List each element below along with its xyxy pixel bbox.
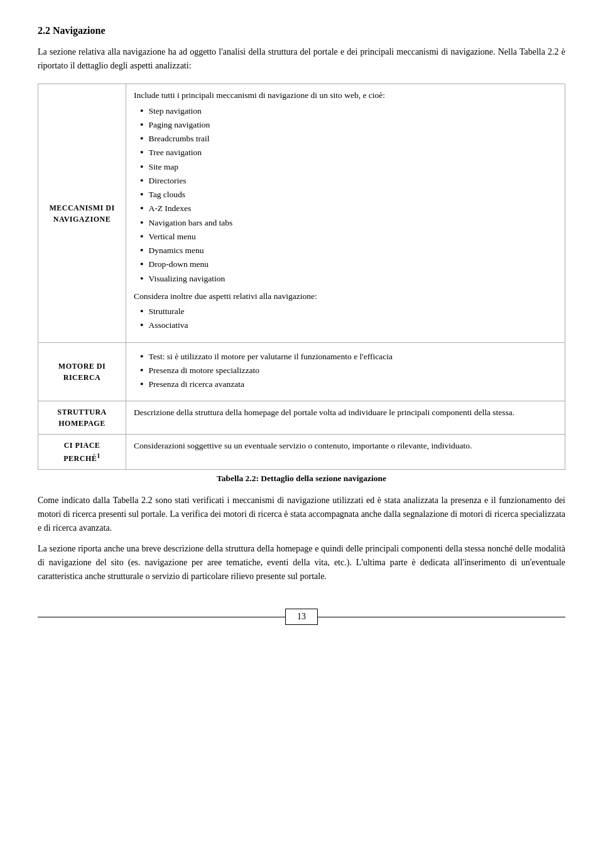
list-item: Dynamics menu	[140, 244, 557, 257]
post-table-paragraph-1: Come indicato dalla Tabella 2.2 sono sta…	[38, 494, 565, 534]
list-item: Navigation bars and tabs	[140, 217, 557, 229]
motore-list: Test: si è utilizzato il motore per valu…	[140, 350, 557, 391]
list-item: Tree navigation	[140, 146, 557, 159]
label-meccanismi: MECCANISMI DINAVIGAZIONE	[38, 84, 126, 342]
list-item: Breadcrumbs trail	[140, 133, 557, 145]
list-item: Directories	[140, 175, 557, 187]
section-heading: 2.2 Navigazione	[38, 25, 565, 36]
table-row-cipiace: CI PIACE PERCHÉ1 Considerazioni soggetti…	[38, 435, 565, 470]
table-row-motore: MOTORE DI RICERCA Test: si è utilizzato …	[38, 342, 565, 401]
meccanismi-list2: Strutturale Associativa	[140, 305, 557, 332]
label-homepage: STRUTTURA HOMEPAGE	[38, 401, 126, 435]
label-motore: MOTORE DI RICERCA	[38, 342, 126, 401]
meccanismi-intro: Include tutti i principali meccanismi di…	[134, 90, 385, 100]
list-item: Vertical menu	[140, 231, 557, 243]
navigation-table-wrapper: MECCANISMI DINAVIGAZIONE Include tutti i…	[38, 84, 565, 484]
list-item: A-Z Indexes	[140, 202, 557, 215]
post-table-paragraph-2: La sezione riporta anche una breve descr…	[38, 542, 565, 583]
label-cipiace: CI PIACE PERCHÉ1	[38, 435, 126, 470]
list-item: Site map	[140, 161, 557, 173]
list-item: Paging navigation	[140, 119, 557, 131]
list-item: Step navigation	[140, 105, 557, 117]
table-caption: Tabella 2.2: Dettaglio della sezione nav…	[38, 474, 565, 484]
intro-paragraph: La sezione relativa alla navigazione ha …	[38, 45, 565, 72]
list-item: Associativa	[140, 319, 557, 332]
navigation-table: MECCANISMI DINAVIGAZIONE Include tutti i…	[38, 84, 565, 470]
list-item: Visualizing navigation	[140, 273, 557, 285]
meccanismi-also: Considera inoltre due aspetti relativi a…	[134, 290, 557, 303]
content-homepage: Descrizione della struttura della homepa…	[126, 401, 565, 435]
content-motore: Test: si è utilizzato il motore per valu…	[126, 342, 565, 401]
table-row-meccanismi: MECCANISMI DINAVIGAZIONE Include tutti i…	[38, 84, 565, 342]
table-row-homepage: STRUTTURA HOMEPAGE Descrizione della str…	[38, 401, 565, 435]
content-cipiace: Considerazioni soggettive su un eventual…	[126, 435, 565, 470]
list-item: Drop-down menu	[140, 258, 557, 271]
list-item: Tag clouds	[140, 188, 557, 201]
list-item: Presenza di motore specializzato	[140, 364, 557, 377]
content-meccanismi: Include tutti i principali meccanismi di…	[126, 84, 565, 342]
meccanismi-list1: Step navigation Paging navigation Breadc…	[140, 105, 557, 285]
list-item: Test: si è utilizzato il motore per valu…	[140, 350, 557, 363]
list-item: Presenza di ricerca avanzata	[140, 378, 557, 391]
list-item: Strutturale	[140, 305, 557, 318]
footer: 13	[38, 609, 565, 625]
page-number: 13	[285, 609, 318, 625]
